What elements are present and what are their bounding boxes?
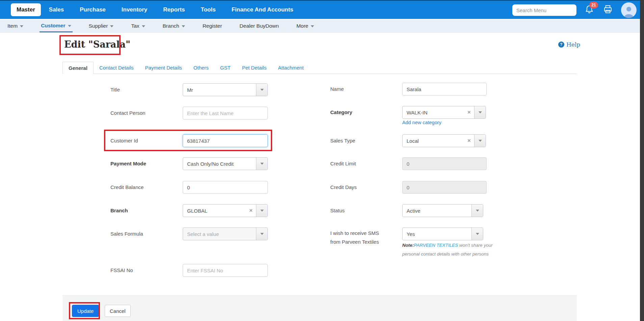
chevron-down-icon[interactable] <box>256 158 267 170</box>
sms-privacy-note: Note:PARVEEN TEXTILES won't share your p… <box>402 241 507 259</box>
nav-inventory[interactable]: Inventory <box>122 6 148 13</box>
credit-limit-label: Credit Limit <box>330 161 356 166</box>
app-window: Master Sales Purchase Inventory Reports … <box>0 0 644 321</box>
tab-payment-details[interactable]: Payment Details <box>139 62 188 74</box>
category-label: Category <box>330 109 352 115</box>
chevron-down-icon[interactable] <box>474 106 486 118</box>
sales-type-label: Sales Type <box>330 138 355 143</box>
credit-limit-input <box>402 157 487 170</box>
help-icon: ? <box>558 42 564 48</box>
name-label: Name <box>330 86 344 92</box>
chevron-down-icon[interactable] <box>256 84 267 96</box>
sms-opt-in-select[interactable]: Yes <box>402 228 483 240</box>
tab-attachment[interactable]: Attachment <box>272 62 309 74</box>
customer-id-input[interactable] <box>183 134 268 147</box>
contact-person-input[interactable] <box>183 107 268 119</box>
add-new-category-link[interactable]: Add new category <box>402 120 441 125</box>
page-title: Edit "Sarala" <box>64 39 130 50</box>
chevron-down-icon <box>142 25 145 27</box>
credit-days-label: Credit Days <box>330 184 357 190</box>
sales-type-select[interactable]: Local × <box>402 134 486 147</box>
clear-icon[interactable]: × <box>246 207 256 214</box>
nav-reports[interactable]: Reports <box>163 6 185 13</box>
status-select[interactable]: Active <box>402 204 483 217</box>
print-button[interactable] <box>603 4 613 16</box>
module-navbar: Item Customer Supplier Tax Branch Regist… <box>0 20 644 33</box>
category-select[interactable]: WALK-IN × <box>402 106 486 119</box>
top-nav-items: Sales Purchase Inventory Reports Tools F… <box>49 6 293 13</box>
subnav-item-tax[interactable]: Tax <box>130 20 146 32</box>
chevron-down-icon <box>20 25 23 27</box>
chevron-down-icon[interactable] <box>471 205 483 217</box>
notifications-button[interactable]: 21 <box>585 4 595 16</box>
clear-icon[interactable]: × <box>464 109 474 116</box>
user-avatar[interactable] <box>621 2 637 18</box>
chevron-down-icon[interactable] <box>471 228 483 240</box>
cancel-button[interactable]: Cancel <box>105 305 131 317</box>
person-icon <box>622 4 636 18</box>
tab-pet-details[interactable]: Pet Details <box>236 62 273 74</box>
subnav-item-customer[interactable]: Customer <box>40 20 72 32</box>
payment-mode-label: Payment Mode <box>110 161 146 166</box>
update-button[interactable]: Update <box>72 305 99 317</box>
contact-person-label: Contact Person <box>110 110 145 116</box>
customer-id-label: Customer Id <box>110 138 138 143</box>
tab-general[interactable]: General <box>62 62 94 74</box>
browser-scrollbar[interactable] <box>640 0 644 321</box>
subnav-item-branch[interactable]: Branch <box>161 20 186 32</box>
tab-contact-details[interactable]: Contact Details <box>94 62 139 74</box>
search-menu-input[interactable] <box>512 4 576 16</box>
sales-formula-label: Sales Formula <box>110 231 143 237</box>
subnav-item-supplier[interactable]: Supplier <box>87 20 115 32</box>
nav-master-active[interactable]: Master <box>11 3 41 16</box>
help-link[interactable]: ? Help <box>558 41 580 48</box>
chevron-down-icon <box>110 25 113 27</box>
credit-days-input <box>402 181 487 194</box>
top-navbar: Master Sales Purchase Inventory Reports … <box>0 0 644 19</box>
subnav-item-item[interactable]: Item <box>6 20 25 32</box>
notification-badge: 21 <box>589 2 598 8</box>
status-label: Status <box>330 208 345 213</box>
subnav-item-register[interactable]: Register <box>201 20 224 32</box>
title-select[interactable]: Mr <box>183 83 268 96</box>
printer-icon <box>603 4 613 15</box>
chevron-down-icon <box>311 25 314 27</box>
nav-tools[interactable]: Tools <box>201 6 216 13</box>
subnav-item-dealer-buydown[interactable]: Dealer BuyDown <box>238 20 280 32</box>
company-name-link[interactable]: PARVEEN TEXTILES <box>414 243 458 248</box>
sms-opt-in-label: I wish to receive SMS from Parveen Texti… <box>330 229 379 246</box>
top-right-cluster: 21 <box>512 1 637 20</box>
clear-icon[interactable]: × <box>464 137 474 144</box>
branch-select[interactable]: GLOBAL × <box>183 204 268 217</box>
fssai-no-label: FSSAI No <box>110 267 133 273</box>
form-actions-bar <box>62 295 577 321</box>
tab-bar: General Contact Details Payment Details … <box>62 62 577 74</box>
credit-balance-label: Credit Balance <box>110 184 144 190</box>
nav-finance-and-accounts[interactable]: Finance And Accounts <box>232 6 293 13</box>
nav-purchase[interactable]: Purchase <box>80 6 106 13</box>
chevron-down-icon[interactable] <box>474 135 486 147</box>
tab-others[interactable]: Others <box>188 62 214 74</box>
chevron-down-icon <box>182 25 185 27</box>
chevron-down-icon <box>68 25 71 27</box>
tab-gst[interactable]: GST <box>214 62 236 74</box>
branch-label: Branch <box>110 208 128 213</box>
subnav-item-more[interactable]: More <box>295 20 315 32</box>
chevron-down-icon[interactable] <box>256 228 267 240</box>
name-input[interactable] <box>402 83 487 96</box>
title-label: Title <box>110 87 120 92</box>
nav-sales[interactable]: Sales <box>49 6 64 13</box>
credit-balance-input[interactable] <box>183 181 268 194</box>
sales-formula-select[interactable]: Select a value <box>183 228 268 240</box>
payment-mode-select[interactable]: Cash Only/No Credit <box>183 157 268 170</box>
fssai-no-input[interactable] <box>183 264 268 277</box>
chevron-down-icon[interactable] <box>256 205 267 217</box>
